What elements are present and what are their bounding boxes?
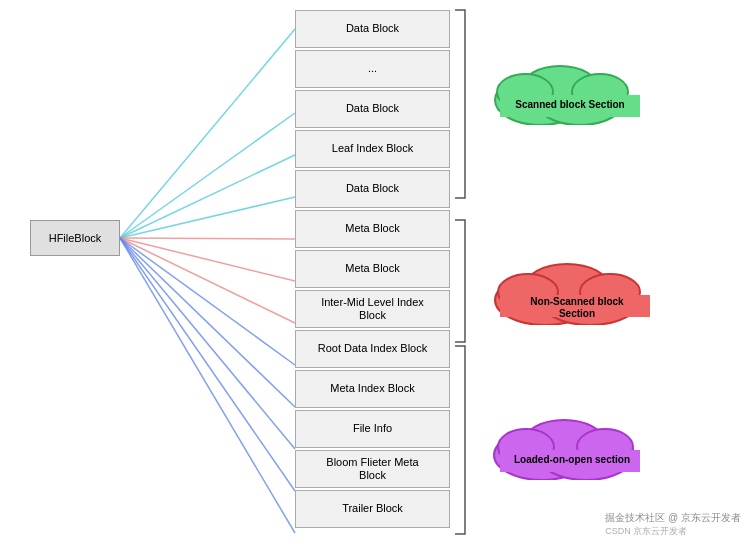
block-meta-2: Meta Block xyxy=(295,250,450,288)
svg-line-0 xyxy=(120,29,295,238)
loaded-cloud-svg: Loaded-on-open section xyxy=(490,405,655,480)
svg-line-10 xyxy=(120,238,295,491)
non-scanned-cloud-svg: Non-Scanned block Section xyxy=(490,250,665,325)
block-meta-1: Meta Block xyxy=(295,210,450,248)
block-list: Data Block ... Data Block Leaf Index Blo… xyxy=(295,10,450,530)
block-meta-index: Meta Index Block xyxy=(295,370,450,408)
block-trailer: Trailer Block xyxy=(295,490,450,528)
svg-line-8 xyxy=(120,238,295,407)
diagram: HFileBlock Data Block ... Data Block Lea… xyxy=(0,0,751,546)
svg-text:Section: Section xyxy=(559,308,595,319)
watermark: 掘金技术社区 @ 京东云开发者 CSDN 京东云开发者 xyxy=(605,511,741,538)
svg-line-4 xyxy=(120,238,295,239)
svg-line-5 xyxy=(120,238,295,281)
svg-line-6 xyxy=(120,238,295,323)
watermark-text: 掘金技术社区 @ 京东云开发者 xyxy=(605,511,741,525)
watermark2-text: CSDN 京东云开发者 xyxy=(605,525,741,538)
svg-line-11 xyxy=(120,238,295,533)
scanned-section-cloud: Scanned block Section xyxy=(490,50,650,128)
block-file-info: File Info xyxy=(295,410,450,448)
svg-line-7 xyxy=(120,238,295,365)
hfile-label: HFileBlock xyxy=(49,232,102,244)
block-bloom-filter: Bloom Flieter MetaBlock xyxy=(295,450,450,488)
block-inter-mid: Inter-Mid Level IndexBlock xyxy=(295,290,450,328)
block-data-2: Data Block xyxy=(295,90,450,128)
block-root-data-index: Root Data Index Block xyxy=(295,330,450,368)
hfile-block: HFileBlock xyxy=(30,220,120,256)
svg-text:Loaded-on-open section: Loaded-on-open section xyxy=(514,454,630,465)
svg-line-3 xyxy=(120,197,295,238)
svg-line-1 xyxy=(120,113,295,238)
non-scanned-section-cloud: Non-Scanned block Section xyxy=(490,250,665,328)
block-ellipsis: ... xyxy=(295,50,450,88)
loaded-on-open-cloud: Loaded-on-open section xyxy=(490,405,655,483)
block-data-1: Data Block xyxy=(295,10,450,48)
block-data-3: Data Block xyxy=(295,170,450,208)
scanned-cloud-svg: Scanned block Section xyxy=(490,50,650,125)
svg-line-9 xyxy=(120,238,295,449)
block-leaf-index: Leaf Index Block xyxy=(295,130,450,168)
svg-text:Non-Scanned block: Non-Scanned block xyxy=(530,296,624,307)
svg-line-2 xyxy=(120,155,295,238)
svg-text:Scanned block Section: Scanned block Section xyxy=(515,99,624,110)
